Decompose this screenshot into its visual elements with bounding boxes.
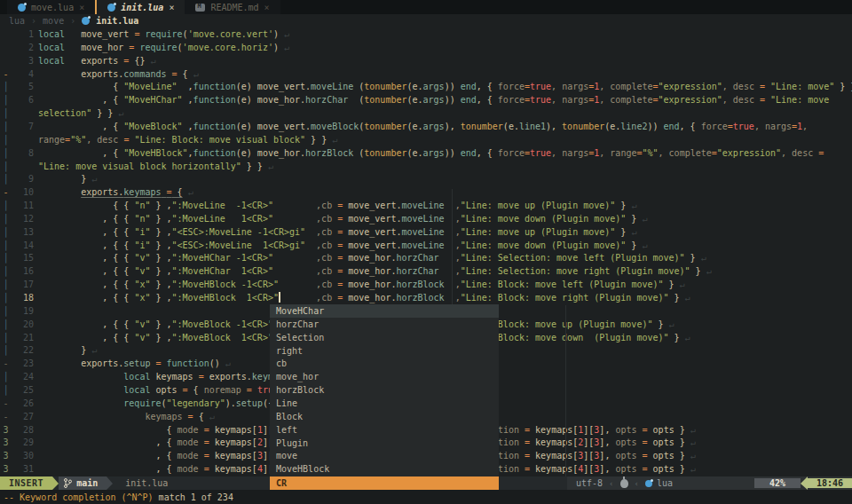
code-text: { { "n" } ,":MoveLine -1<CR>" ,cb = move… [38, 199, 636, 212]
completion-item[interactable]: Plugin [270, 437, 499, 450]
completion-item[interactable]: Block [270, 410, 499, 423]
code-text: exports.keymaps = { ↵ [38, 185, 193, 199]
chevron-right-icon: › [31, 16, 36, 26]
line-number: 18 [7, 291, 34, 304]
line-number: 31 [7, 462, 34, 476]
lua-file-icon [82, 17, 90, 25]
fold-marker[interactable]: │ [2, 106, 10, 120]
code-text: local exports = {} ↵ [38, 54, 155, 67]
tab-readme-md[interactable]: README.md × [185, 0, 280, 14]
code-line[interactable]: │12 , { { "n" } ,":MoveLine 1<CR>" ,cb =… [0, 212, 852, 225]
line-number: 2 [7, 41, 34, 54]
powerline-separator [801, 476, 808, 490]
line-number: 5 [7, 80, 34, 93]
tab-label: move.lua [31, 3, 74, 12]
completion-item[interactable]: move_hor [270, 370, 499, 383]
code-text: local move_vert = require('move.core.ver… [38, 28, 289, 41]
line-number: 12 [7, 212, 34, 225]
completion-item[interactable]: MoveHChar [270, 304, 499, 318]
code-line[interactable]: 1local move_vert = require('move.core.ve… [0, 28, 852, 41]
code-line[interactable]: -4 exports.commands = { ↵ [0, 67, 852, 81]
completion-popup: MoveHCharhorzCharSelectionrightcbmove_ho… [270, 304, 499, 476]
completion-item[interactable]: horzChar [270, 318, 499, 331]
statusline-right: utf-8 ‹ ‹ lua 42% 18:46 [567, 476, 852, 490]
completion-item[interactable]: Line [270, 397, 499, 410]
line-number: 26 [7, 397, 34, 410]
close-icon[interactable]: × [264, 3, 270, 12]
code-line-wrap[interactable]: │selection" } } ↵ [0, 106, 852, 120]
code-line[interactable]: │17 , { { "x" } ,":MoveHBlock -1<CR>" ,c… [0, 278, 852, 291]
code-line[interactable]: │7 , { "MoveBlock" ,function(e) move_ver… [0, 120, 852, 133]
os-icon [620, 479, 628, 488]
line-number: 17 [7, 278, 34, 291]
completion-item[interactable]: MoveHBlock [270, 462, 499, 476]
line-number: 13 [7, 225, 34, 239]
git-branch-segment: main [59, 476, 106, 490]
code-line[interactable]: 2local move_hor = require('move.core.hor… [0, 41, 852, 54]
git-branch-icon [64, 478, 72, 488]
tab-init-lua[interactable]: init.lua × [95, 0, 185, 14]
fold-marker[interactable]: │ [2, 133, 10, 146]
tab-label: README.md [210, 3, 258, 12]
code-line[interactable]: │9 } ↵ [0, 172, 852, 185]
code-text: keymaps = { ↵ [38, 410, 215, 423]
completion-item-selected[interactable]: CR [270, 476, 499, 490]
code-text: , { { "x" } ,":MoveHBlock -1<CR>" ,cb = … [38, 278, 685, 291]
line-number: 30 [7, 449, 34, 462]
encoding-label: utf-8 [576, 478, 603, 488]
text-cursor [279, 292, 280, 303]
line-number: 20 [7, 318, 34, 331]
completion-item[interactable]: left [270, 423, 499, 437]
breadcrumb-dir: lua [9, 16, 25, 26]
match-count: match 1 of 234 [159, 492, 233, 502]
completion-item[interactable]: horzBlock [270, 383, 499, 397]
filetype-label: lua [657, 478, 673, 488]
completion-item[interactable]: right [270, 344, 499, 358]
code-line[interactable]: │15 , { { "v" } ,":MoveHChar -1<CR>" ,cb… [0, 251, 852, 264]
code-text: require("legendary").setup({ [38, 397, 273, 410]
line-number: 4 [7, 67, 34, 81]
code-text: } ↵ [38, 343, 97, 357]
line-number: 19 [7, 304, 34, 318]
breadcrumb-file: init.lua [96, 16, 138, 26]
markdown-file-icon [195, 4, 205, 12]
tab-move-lua[interactable]: move.lua × [7, 0, 95, 14]
close-icon[interactable]: × [79, 3, 84, 12]
code-text: , { "MoveHBlock",function(e) move_hor.ho… [38, 146, 824, 160]
fold-marker[interactable]: │ [2, 160, 10, 173]
completion-item[interactable]: move [270, 449, 499, 462]
code-text: selection" } } ↵ [38, 106, 123, 120]
code-line[interactable]: │11 { { "n" } ,":MoveLine -1<CR>" ,cb = … [0, 199, 852, 212]
code-line[interactable]: │18 , { { "x" } ,":MoveHBlock 1<CR>" ,cb… [0, 291, 852, 304]
code-text: exports.commands = { ↵ [38, 67, 199, 81]
completion-item[interactable]: cb [270, 357, 499, 370]
line-number: 11 [7, 199, 34, 212]
line-number: 22 [7, 343, 34, 357]
mode-indicator: INSERT [0, 476, 52, 490]
code-text: , { { "v" } ,":MoveHChar 1<CR>" ,cb = mo… [38, 264, 712, 278]
code-line[interactable]: │16 , { { "v" } ,":MoveHChar 1<CR>" ,cb … [0, 264, 852, 278]
code-line[interactable]: -10 exports.keymaps = { ↵ [0, 185, 852, 199]
completion-item[interactable]: Selection [270, 331, 499, 344]
code-line[interactable]: │13 , { { "i" } ,"<ESC>:MoveLine -1<CR>g… [0, 225, 852, 239]
code-text: , { { "x" } ,":MoveHBlock 1<CR>" ,cb = m… [38, 291, 690, 304]
code-text: } ↵ [38, 172, 97, 185]
code-text: { "MoveLine" ,function(e) move_vert.move… [38, 80, 852, 93]
code-text: , { "MoveBlock" ,function(e) move_vert.m… [38, 120, 808, 133]
line-number: 8 [7, 146, 34, 160]
code-line[interactable]: │5 { "MoveLine" ,function(e) move_vert.m… [0, 80, 852, 93]
code-line-wrap[interactable]: │"Line: move visual block horizontally" … [0, 160, 852, 173]
line-number: 9 [7, 172, 34, 185]
close-icon[interactable]: × [169, 3, 174, 12]
command-line[interactable]: -- Keyword completion (^N^P) match 1 of … [0, 490, 852, 504]
code-line[interactable]: 3local exports = {} ↵ [0, 54, 852, 67]
code-text: , { { "i" } ,"<ESC>:MoveLine -1<CR>gi" ,… [38, 225, 636, 239]
code-line[interactable]: │14 , { { "i" } ,"<ESC>:MoveLine 1<CR>gi… [0, 239, 852, 252]
code-line-wrap[interactable]: │range="%", desc = "Line: Block: move vi… [0, 133, 852, 146]
code-line[interactable]: │8 , { "MoveHBlock",function(e) move_hor… [0, 146, 852, 160]
breadcrumb-dir: move [43, 16, 64, 26]
line-number: 16 [7, 264, 34, 278]
code-line[interactable]: │6 , { "MoveHChar" ,function(e) move_hor… [0, 93, 852, 106]
lua-filetype-icon [645, 480, 652, 487]
chevron-left-icon: ‹ [609, 479, 613, 488]
